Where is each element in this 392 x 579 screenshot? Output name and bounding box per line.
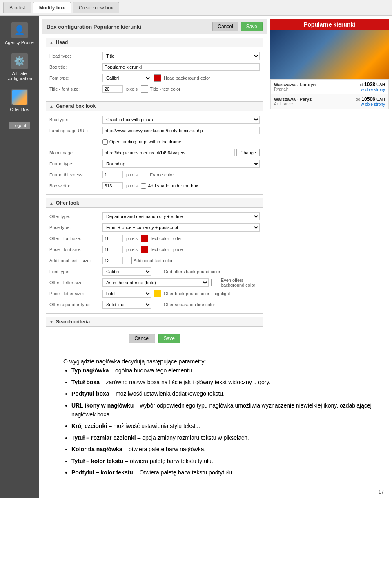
- price-letter-size-row: Price - letter size: bold Offer backgrou…: [49, 289, 260, 298]
- price-font-size-label: Price - font size:: [49, 247, 102, 252]
- offer-look-content: Offer type: Departure and destination ci…: [46, 208, 263, 313]
- frame-thickness-label: Frame thickness:: [49, 172, 102, 177]
- even-bg-color-swatch[interactable]: [211, 279, 218, 286]
- head-toggle-icon: ▲: [49, 40, 53, 45]
- box-width-row: Box width: pixels Add shade under the bo…: [49, 181, 260, 191]
- title-text-color-swatch[interactable]: [141, 85, 148, 93]
- offer-link-2[interactable]: w obie strony: [356, 102, 385, 107]
- sidebar-item-offer-box[interactable]: Offer Box: [0, 86, 39, 115]
- offer-link-1[interactable]: w obie strony: [359, 87, 385, 92]
- box-type-row: Box type: Graphic box with picture: [49, 115, 260, 125]
- offer-font-type-label: Font type:: [49, 269, 102, 274]
- search-criteria-header[interactable]: ▼ Search criteria: [46, 317, 263, 327]
- box-config-title: Box configuration Popularne kierunki: [47, 24, 141, 30]
- offer-currency-1: UAH: [376, 82, 385, 87]
- sidebar-item-affiliate[interactable]: ⚙️ Affiliate configuration: [0, 50, 39, 84]
- odd-bg-color-swatch[interactable]: [154, 268, 161, 275]
- add-shade-checkbox[interactable]: [141, 183, 146, 189]
- price-font-size-input[interactable]: [102, 246, 123, 253]
- offer-amount-1: 1028: [364, 82, 375, 87]
- offer-airline-2: Air France: [274, 102, 312, 106]
- head-font-select[interactable]: Calibri: [102, 74, 151, 82]
- bullet-bold-5: Krój czcionki: [71, 423, 107, 429]
- offer-letter-size-label: Offer - letter size:: [49, 280, 102, 285]
- offer-route-2: Warszawa - Paryż: [274, 97, 312, 102]
- text-color-price-swatch[interactable]: [141, 246, 148, 253]
- offer-type-label: Offer type:: [49, 214, 102, 219]
- head-type-select[interactable]: Title: [102, 52, 260, 60]
- offer-airline-1: Ryanair: [274, 87, 316, 91]
- title-font-size-input[interactable]: [102, 85, 123, 93]
- offer-bg-highlight-swatch[interactable]: [154, 290, 161, 297]
- cancel-button-top[interactable]: Cancel: [212, 22, 238, 31]
- additional-text-size-input[interactable]: [102, 257, 123, 264]
- offer-font-size-row: Offer - font size: pixels Text color - o…: [49, 234, 260, 243]
- box-type-select[interactable]: Graphic box with picture: [102, 116, 260, 124]
- save-button-top[interactable]: Save: [241, 22, 263, 31]
- list-item-3: Podtytuł boxa – możliwość ustawienia dod…: [71, 389, 376, 398]
- frame-type-select[interactable]: Rounding: [102, 160, 260, 168]
- box-width-input[interactable]: [102, 182, 123, 189]
- offer-separator-select[interactable]: Solid line: [102, 301, 151, 309]
- title-font-size-row: Title - font size: pixels Title - text c…: [49, 84, 260, 94]
- list-item-2: Tytuł boxa – zarówno nazwa boxa na liści…: [71, 378, 376, 387]
- head-section-content: Head type: Title Box title:: [46, 47, 263, 98]
- preview-panel: Popularne kierunki Warszawa - Londyn Rya…: [270, 19, 389, 347]
- main-image-input[interactable]: [102, 149, 235, 156]
- text-color-offer-swatch[interactable]: [141, 235, 148, 242]
- offer-separator-row: Offer separator type: Solid line Offer s…: [49, 300, 260, 310]
- price-letter-size-select[interactable]: bold: [102, 290, 151, 298]
- box-icon: [11, 89, 28, 105]
- bullet-bold-7: Kolor tła nagłówka: [71, 446, 122, 452]
- offer-letter-size-select[interactable]: As in the sentence (bold): [102, 278, 209, 287]
- bullet-bold-9: Podtytuł – kolor tekstu: [71, 469, 133, 476]
- tab-create-new-box[interactable]: Create new box: [73, 2, 119, 13]
- offer-type-select[interactable]: Departure and destination city + airline: [102, 212, 260, 220]
- general-section: ▲ General box look Box type: Graphic box…: [46, 101, 263, 195]
- title-text-color-label: Title - text color: [150, 87, 180, 91]
- open-landing-checkbox[interactable]: [102, 139, 108, 145]
- head-bg-color-label: Head background color: [164, 76, 210, 80]
- head-font-type-label: Font type:: [49, 76, 102, 80]
- sidebar-item-logout[interactable]: Logout: [0, 118, 39, 132]
- save-button-bottom[interactable]: Save: [158, 334, 180, 343]
- box-config-header: Box configuration Popularne kierunki Can…: [42, 19, 267, 34]
- frame-thickness-input[interactable]: [102, 171, 123, 178]
- cancel-button-bottom[interactable]: Cancel: [129, 334, 155, 343]
- tab-modify-box[interactable]: Modify box: [33, 2, 71, 13]
- main-image-label: Main image:: [49, 150, 102, 155]
- price-letter-size-label: Price - letter size:: [49, 291, 102, 296]
- box-type-label: Box type:: [49, 117, 102, 122]
- additional-text-color-swatch[interactable]: [125, 257, 132, 264]
- offer-font-select[interactable]: Calibri: [102, 267, 151, 276]
- offer-font-size-input[interactable]: [102, 235, 123, 242]
- preview-offer-row-2: Warszawa - Paryż Air France od 10506 UAH…: [271, 94, 388, 109]
- head-bg-color-swatch[interactable]: [154, 74, 161, 82]
- tab-box-list[interactable]: Box list: [3, 2, 31, 13]
- head-section-header[interactable]: ▲ Head: [46, 38, 263, 47]
- logout-label[interactable]: Logout: [9, 122, 31, 129]
- frame-color-swatch[interactable]: [141, 171, 148, 178]
- offer-look-section: ▲ Offer look Offer type: Departure and d…: [46, 198, 263, 314]
- general-section-label: General box look: [56, 103, 96, 109]
- landing-url-input[interactable]: [102, 127, 260, 134]
- general-section-header[interactable]: ▲ General box look: [46, 102, 263, 111]
- preview-image: [270, 30, 389, 79]
- price-pixels-label: pixels: [126, 247, 138, 252]
- box-title-input[interactable]: [102, 63, 260, 71]
- offer-route-1: Warszawa - Londyn: [274, 82, 316, 87]
- offer-font-type-row: Font type: Calibri Odd offers background…: [49, 267, 260, 276]
- change-image-button[interactable]: Change: [236, 149, 260, 156]
- frame-type-label: Frame type:: [49, 161, 102, 166]
- offer-look-header[interactable]: ▲ Offer look: [46, 198, 263, 208]
- sidebar-item-agency-profile[interactable]: 👤 Agency Profile: [0, 19, 39, 48]
- landing-url-row: Landing page URL:: [49, 126, 260, 136]
- title-pixels-label: pixels: [126, 87, 138, 91]
- intro-text: O wyglądzie nagłówka decydują następując…: [63, 357, 376, 366]
- offer-sep-color-swatch[interactable]: [154, 301, 161, 308]
- open-landing-label: Open landing page within the iframe: [109, 139, 181, 144]
- additional-text-size-label: Additional text - size:: [49, 258, 102, 263]
- price-type-select[interactable]: From + price + currency + postscript: [102, 223, 260, 232]
- search-criteria-label: Search criteria: [56, 319, 90, 325]
- offer-look-label: Offer look: [56, 200, 79, 206]
